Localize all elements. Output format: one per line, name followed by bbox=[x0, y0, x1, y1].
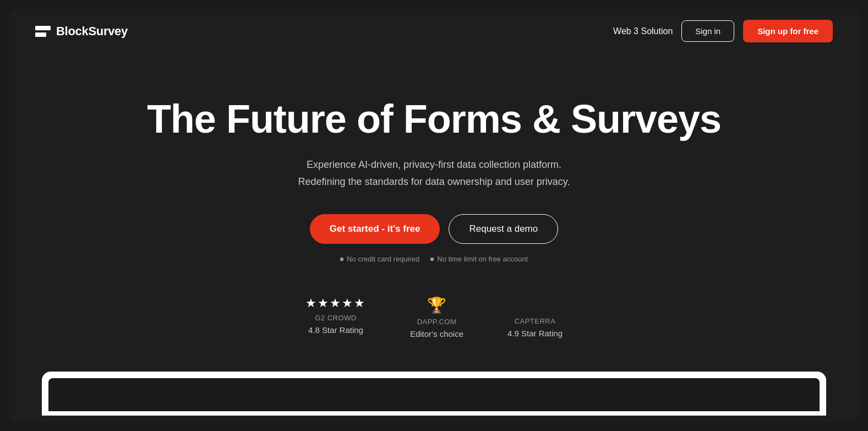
nav-right: Web 3 Solution Sign in Sign up for free bbox=[613, 20, 833, 42]
cta-buttons: Get started - it's free Request a demo bbox=[310, 214, 558, 244]
g2crowd-stars: ★★★★★ bbox=[305, 296, 366, 310]
signup-button[interactable]: Sign up for free bbox=[743, 20, 833, 42]
cta-note-1-text: No credit card required bbox=[347, 255, 419, 263]
signin-button[interactable]: Sign in bbox=[681, 20, 734, 42]
g2crowd-platform: G2 CROWD bbox=[315, 314, 357, 322]
page-wrapper: BlockSurvey Web 3 Solution Sign in Sign … bbox=[9, 9, 859, 422]
get-started-button[interactable]: Get started - it's free bbox=[310, 214, 440, 244]
logo-area: BlockSurvey bbox=[35, 24, 128, 39]
trophy-icon: 🏆 bbox=[427, 296, 446, 314]
hero-subtitle-line2: Redefining the standards for data owners… bbox=[298, 176, 570, 187]
logo-bar-2 bbox=[35, 32, 46, 37]
ratings-row: ★★★★★ G2 CROWD 4.8 Star Rating 🏆 DAPP.CO… bbox=[305, 296, 563, 339]
dappcom-value: Editor's choice bbox=[410, 329, 463, 339]
cta-notes: No credit card required No time limit on… bbox=[340, 255, 528, 263]
navbar: BlockSurvey Web 3 Solution Sign in Sign … bbox=[9, 9, 859, 53]
logo-bar-1 bbox=[35, 26, 51, 30]
rating-g2crowd: ★★★★★ G2 CROWD 4.8 Star Rating bbox=[305, 296, 366, 335]
cta-note-2-text: No time limit on free account bbox=[437, 255, 528, 263]
note-dot-1 bbox=[340, 258, 343, 261]
note-dot-2 bbox=[430, 258, 434, 261]
rating-capterra: CAPTERRA 4.9 Star Rating bbox=[507, 296, 563, 338]
bottom-preview bbox=[42, 372, 826, 416]
cta-note-2: No time limit on free account bbox=[430, 255, 528, 263]
logo-icon bbox=[35, 26, 51, 37]
cta-note-1: No credit card required bbox=[340, 255, 419, 263]
capterra-value: 4.9 Star Rating bbox=[507, 329, 563, 338]
rating-dappcom: 🏆 DAPP.COM Editor's choice bbox=[410, 296, 463, 339]
nav-web3-link[interactable]: Web 3 Solution bbox=[613, 26, 673, 36]
request-demo-button[interactable]: Request a demo bbox=[449, 214, 558, 244]
hero-subtitle-line1: Experience AI-driven, privacy-first data… bbox=[307, 159, 561, 170]
hero-title: The Future of Forms & Surveys bbox=[147, 97, 721, 141]
capterra-platform: CAPTERRA bbox=[515, 317, 556, 325]
logo-text: BlockSurvey bbox=[56, 24, 128, 39]
hero-section: The Future of Forms & Surveys Experience… bbox=[9, 53, 859, 372]
g2crowd-value: 4.8 Star Rating bbox=[308, 325, 363, 335]
dappcom-platform: DAPP.COM bbox=[417, 318, 457, 326]
preview-inner bbox=[48, 378, 820, 411]
hero-subtitle: Experience AI-driven, privacy-first data… bbox=[298, 156, 570, 190]
